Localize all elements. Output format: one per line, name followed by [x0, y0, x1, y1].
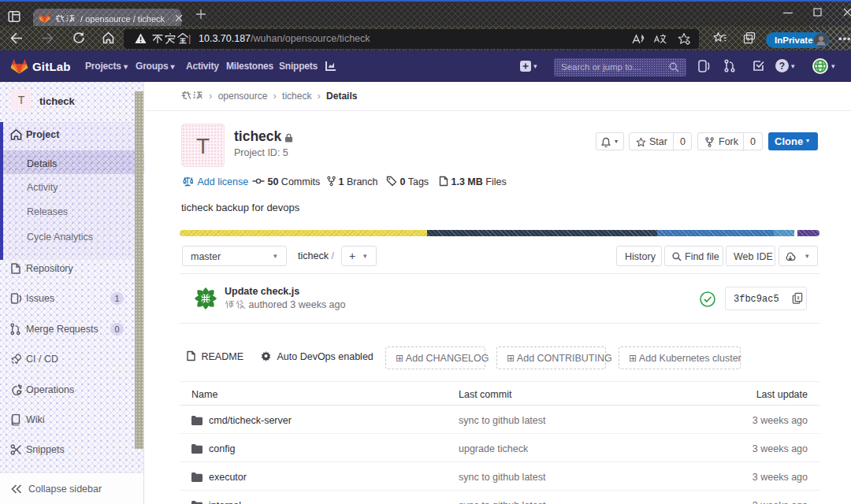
svg-text:?: ?	[779, 61, 785, 72]
